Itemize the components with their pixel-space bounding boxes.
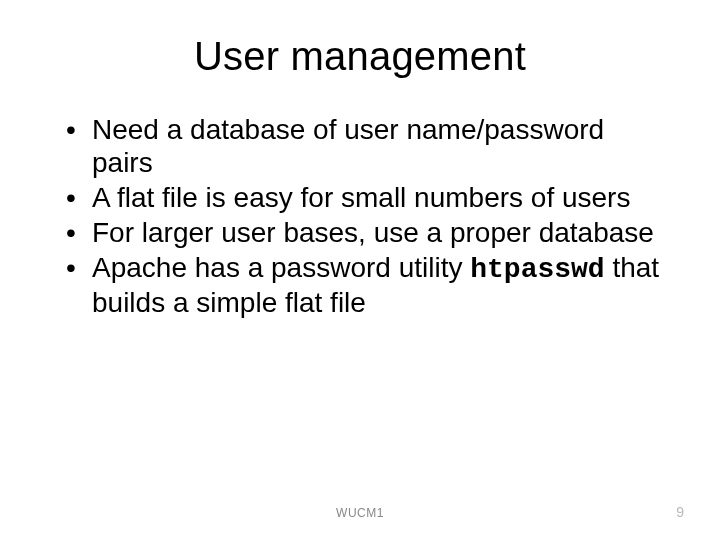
- bullet-text-prefix: Apache has a password utility: [92, 252, 470, 283]
- bullet-list: Need a database of user name/password pa…: [48, 113, 672, 319]
- code-text: htpasswd: [470, 254, 604, 285]
- slide: User management Need a database of user …: [0, 0, 720, 540]
- footer-label: WUCM1: [0, 506, 720, 520]
- list-item: Need a database of user name/password pa…: [66, 113, 672, 179]
- list-item: Apache has a password utility htpasswd t…: [66, 251, 672, 319]
- bullet-text: A flat file is easy for small numbers of…: [92, 182, 630, 213]
- bullet-text: For larger user bases, use a proper data…: [92, 217, 654, 248]
- page-number: 9: [676, 504, 684, 520]
- list-item: For larger user bases, use a proper data…: [66, 216, 672, 249]
- bullet-text: Need a database of user name/password pa…: [92, 114, 604, 178]
- list-item: A flat file is easy for small numbers of…: [66, 181, 672, 214]
- slide-title: User management: [48, 34, 672, 79]
